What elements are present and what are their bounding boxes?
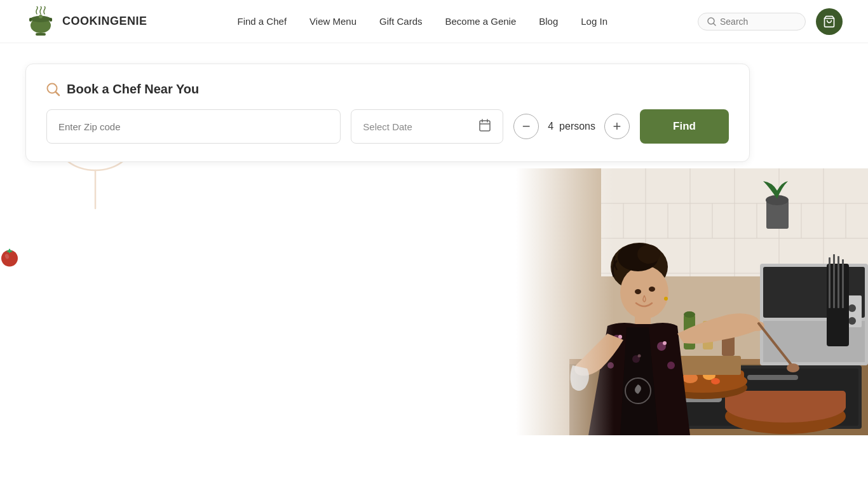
nav-blog[interactable]: Blog	[539, 16, 558, 27]
search-box	[698, 13, 806, 30]
nav-view-menu[interactable]: View Menu	[309, 16, 356, 27]
svg-rect-14	[480, 121, 490, 131]
tomato-icon	[0, 245, 19, 268]
svg-point-74	[637, 245, 660, 264]
persons-control: − 4 persons +	[513, 114, 630, 139]
logo-link[interactable]: COOKINGENIE	[25, 6, 147, 37]
svg-point-40	[848, 304, 856, 312]
svg-point-82	[618, 335, 622, 339]
booking-controls: Select Date −	[46, 109, 729, 144]
zip-input[interactable]	[46, 109, 341, 144]
cart-button[interactable]	[816, 8, 843, 35]
svg-point-83	[663, 341, 667, 345]
svg-point-60	[684, 311, 695, 318]
main-content: Book a Chef Near You Select Date	[0, 43, 868, 435]
svg-point-81	[667, 362, 675, 369]
booking-section: Book a Chef Near You Select Date	[0, 43, 868, 175]
svg-point-4	[39, 15, 43, 18]
plus-icon: +	[613, 119, 621, 133]
svg-rect-57	[747, 375, 798, 380]
svg-point-71	[620, 266, 668, 319]
svg-point-88	[787, 363, 799, 372]
nav-links: Find a Chef View Menu Gift Cards Become …	[238, 16, 607, 27]
cart-icon	[823, 15, 836, 28]
svg-rect-65	[833, 254, 835, 308]
svg-rect-2	[29, 18, 32, 22]
date-placeholder: Select Date	[363, 121, 472, 132]
search-icon	[707, 17, 716, 26]
svg-line-13	[56, 92, 59, 95]
booking-search-icon	[46, 83, 60, 97]
nav-find-a-chef[interactable]: Find a Chef	[238, 16, 287, 27]
booking-card: Book a Chef Near You Select Date	[25, 64, 750, 162]
svg-rect-5	[36, 33, 46, 36]
persons-count: 4	[548, 121, 553, 132]
svg-point-76	[649, 287, 655, 292]
svg-rect-3	[50, 18, 52, 22]
hero-section	[0, 168, 868, 435]
search-input[interactable]	[720, 17, 796, 27]
navbar: COOKINGENIE Find a Chef View Menu Gift C…	[0, 0, 868, 43]
svg-point-89	[664, 297, 668, 301]
find-button[interactable]: Find	[640, 109, 729, 144]
svg-line-7	[714, 24, 715, 25]
minus-icon: −	[522, 119, 531, 133]
booking-title-row: Book a Chef Near You	[46, 82, 729, 97]
increase-persons-button[interactable]: +	[604, 114, 630, 139]
logo-text: COOKINGENIE	[62, 15, 147, 28]
booking-title: Book a Chef Near You	[67, 82, 199, 97]
svg-rect-64	[829, 257, 831, 308]
persons-label: 4 persons	[548, 121, 595, 132]
logo-icon	[25, 6, 56, 37]
date-picker[interactable]: Select Date	[351, 109, 503, 144]
svg-rect-66	[837, 256, 839, 308]
decrease-persons-button[interactable]: −	[513, 114, 539, 139]
svg-point-56	[711, 378, 720, 384]
persons-text: persons	[559, 121, 595, 132]
tomato-decoration	[0, 245, 19, 273]
calendar-icon	[478, 119, 491, 135]
svg-rect-48	[725, 391, 846, 410]
svg-point-41	[848, 317, 856, 325]
nav-become-a-genie[interactable]: Become a Genie	[445, 16, 517, 27]
svg-point-75	[635, 289, 641, 294]
svg-rect-67	[842, 259, 844, 308]
nav-gift-cards[interactable]: Gift Cards	[379, 16, 423, 27]
hero-fade-overlay	[474, 168, 614, 435]
nav-right	[698, 8, 843, 35]
nav-log-in[interactable]: Log In	[581, 16, 607, 27]
hero-image-container	[474, 168, 868, 435]
